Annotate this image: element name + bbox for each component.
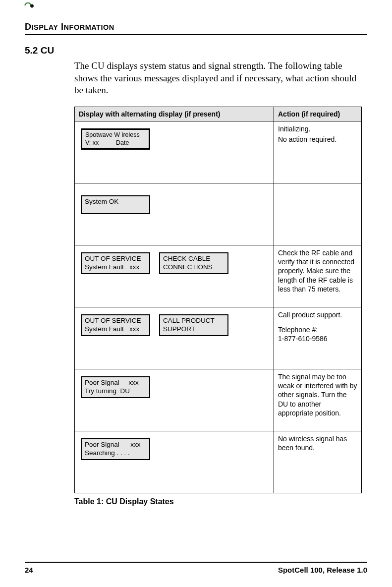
- running-header: DISPLAY INFORMATION DISPLAY INFORMATION: [25, 22, 367, 35]
- svg-point-0: [30, 4, 34, 8]
- lcd-display: Spotwave W ireless V: xx Date: [81, 128, 150, 150]
- table-header-display: Display with alternating display (if pre…: [75, 107, 274, 121]
- table-header-action: Action (if required): [274, 107, 362, 121]
- table-header-row: Display with alternating display (if pre…: [75, 107, 362, 121]
- action-cell: [274, 183, 362, 245]
- action-cell: Call product support. Telephone #: 1-877…: [274, 307, 362, 369]
- action-cell: Check the RF cable and verify that it is…: [274, 245, 362, 307]
- lcd-display-alt: CHECK CABLE CONNECTIONS: [159, 252, 228, 274]
- table-caption: Table 1: CU Display States: [74, 497, 367, 506]
- section-heading: 5.2 CU: [25, 45, 367, 56]
- display-cell: Poor Signal xxx Searching . . . .: [75, 431, 274, 493]
- page-number: 24: [25, 566, 33, 574]
- display-cell: OUT OF SERVICE System Fault xxx CALL PRO…: [75, 307, 274, 369]
- footer-doc-title: SpotCell 100, Release 1.0: [278, 566, 367, 574]
- brand-logo-icon: [24, 1, 35, 10]
- section-intro-paragraph: The CU displays system status and signal…: [74, 60, 367, 97]
- display-cell: System OK: [75, 183, 274, 245]
- document-page: DISPLAY INFORMATION DISPLAY INFORMATION …: [0, 0, 392, 587]
- lcd-display: Poor Signal xxx Searching . . . .: [81, 438, 150, 460]
- lcd-display: System OK: [81, 195, 150, 214]
- action-text: No action required.: [278, 135, 357, 144]
- action-text: No wireless signal has been found.: [278, 434, 357, 452]
- table-row: OUT OF SERVICE System Fault xxx CALL PRO…: [75, 307, 362, 369]
- page-footer: 24 SpotCell 100, Release 1.0: [25, 562, 367, 574]
- cu-display-states-table: Display with alternating display (if pre…: [74, 107, 362, 493]
- action-text: Call product support.: [278, 310, 357, 319]
- lcd-display: Poor Signal xxx Try turning DU: [81, 376, 150, 398]
- display-cell: Spotwave W ireless V: xx Date: [75, 121, 274, 183]
- display-cell: Poor Signal xxx Try turning DU: [75, 369, 274, 431]
- action-cell: Initializing. No action required.: [274, 121, 362, 183]
- table-row: Spotwave W ireless V: xx Date Initializi…: [75, 121, 362, 183]
- display-cell: OUT OF SERVICE System Fault xxx CHECK CA…: [75, 245, 274, 307]
- action-cell: No wireless signal has been found.: [274, 431, 362, 493]
- table-row: OUT OF SERVICE System Fault xxx CHECK CA…: [75, 245, 362, 307]
- table-row: Poor Signal xxx Try turning DU The signa…: [75, 369, 362, 431]
- lcd-display: OUT OF SERVICE System Fault xxx: [81, 252, 150, 274]
- table-row: System OK: [75, 183, 362, 245]
- action-text: Initializing.: [278, 124, 357, 133]
- action-text: Telephone #: 1-877-610-9586: [278, 325, 357, 343]
- lcd-display: OUT OF SERVICE System Fault xxx: [81, 314, 150, 336]
- action-text: The signal may be too weak or interfered…: [278, 372, 357, 417]
- lcd-display-alt: CALL PRODUCT SUPPORT: [159, 314, 228, 336]
- table-row: Poor Signal xxx Searching . . . . No wir…: [75, 431, 362, 493]
- action-text: Check the RF cable and verify that it is…: [278, 248, 357, 294]
- action-cell: The signal may be too weak or interfered…: [274, 369, 362, 431]
